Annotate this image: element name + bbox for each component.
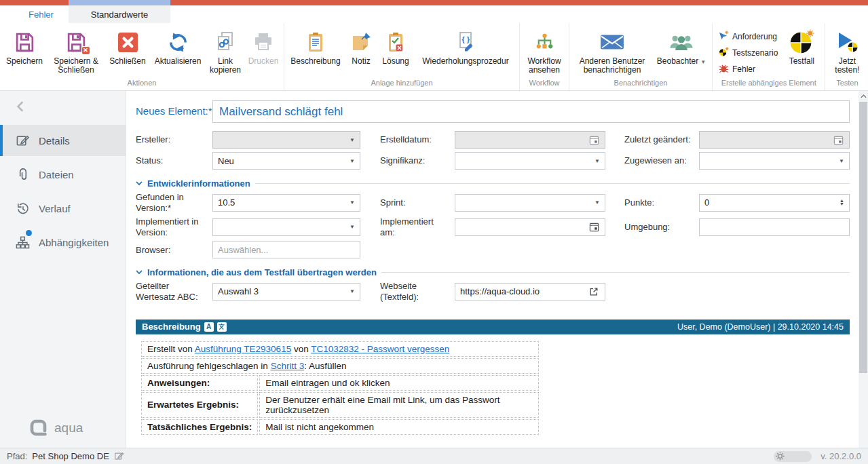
save-icon [14,29,36,55]
hierarchy-icon [15,235,30,250]
ribbon-group-benachrichtigen: Anderen Benutzer benachrichtigen Beobach… [569,23,713,90]
create-testcase-button[interactable]: Testfall [780,28,823,67]
zugewiesen-an-dropdown[interactable]: ▼ [699,152,850,170]
copy-link-button[interactable]: Link kopieren [206,28,245,77]
refresh-button[interactable]: Aktualisieren [150,28,206,67]
sidebar-collapse-button[interactable] [15,100,29,114]
sidebar-item-verlauf-label: Verlauf [39,203,71,214]
description-body: Erstellt von Ausführung TE2930615 von TC… [136,334,850,439]
ribbon-group-label-abhaengiges-element: Erstelle abhängiges Element [715,77,823,90]
title-input[interactable] [212,100,850,123]
vertical-scrollbar[interactable] [858,91,868,448]
webseite-label: Webseite (Textfeld): [360,281,455,302]
save-button[interactable]: Speichern [2,28,47,67]
scrollbar-up-arrow[interactable] [858,91,868,101]
gefunden-in-version-dropdown[interactable]: 10.5▼ [212,194,360,212]
description-panel: Beschreibung A User, Demo (DemoUser) | 2… [136,320,850,439]
geteilter-wertesatz-dropdown[interactable]: Auswahl 3▼ [212,283,360,301]
implementiert-am-datepicker[interactable] [455,218,605,236]
signifikanz-label: Signifikanz: [360,155,455,166]
tab-standardwerte[interactable]: Standardwerte [69,5,170,23]
browser-text-input[interactable] [218,241,355,258]
punkte-label: Punkte: [605,197,699,208]
path-value: Pet Shop Demo DE [32,451,109,461]
section-divider-line [255,183,850,184]
implementiert-in-version-dropdown[interactable]: ▼ [212,218,360,236]
description-author-timestamp: User, Demo (DemoUser) | 29.10.2020 14:45 [677,322,844,332]
observer-dropdown-button[interactable]: Beobachter▼ [653,28,710,67]
requirement-icon [719,31,729,43]
step-link[interactable]: Schritt 3 [271,361,305,371]
create-requirement-button[interactable]: Anforderung [719,31,778,43]
sprint-dropdown[interactable]: ▼ [455,194,605,212]
sidebar-item-abhaengigkeiten[interactable]: Abhängigkeiten [0,227,126,258]
tab-fehler[interactable]: Fehler [14,5,69,23]
save-and-close-button[interactable]: ✕ Speichern & Schließen [47,28,105,77]
notify-other-user-button[interactable]: Anderen Benutzer benachrichtigen [571,28,653,77]
edit-details-icon [15,133,30,148]
calendar-icon [832,134,844,146]
erstelldatum-label: Erstelldatum: [360,134,455,145]
create-testscenario-label: Testszenario [732,48,778,58]
ersteller-label: Ersteller: [136,134,212,145]
sidebar-nav: Details Dateien Verlauf [0,125,126,258]
add-note-button[interactable]: Notiz [345,28,377,67]
add-solution-button[interactable]: Lösung [377,28,414,67]
close-button[interactable]: Schließen [105,28,150,67]
sidebar-item-verlauf[interactable]: Verlauf [0,193,126,224]
execution-link[interactable]: Ausführung TE2930615 [195,344,291,354]
edit-path-icon[interactable] [114,451,124,461]
stepper-arrows-icon[interactable]: ▲▼ [839,199,844,206]
table-row: Tatsächliches Ergebnis: Mail ist nicht a… [141,419,539,435]
run-test-button[interactable]: Jetzt testen! [827,28,867,77]
section-title: Informationen, die aus dem Testfall über… [147,267,377,277]
settings-button[interactable] [774,451,812,462]
aqua-logo-text: aqua [54,421,83,436]
add-repetition-procedure-button-label: Wiederholungsprozedur [422,57,508,66]
section-entwicklerinformationen[interactable]: Entwicklerinformationen [136,178,850,189]
translate-lang-icon[interactable] [217,322,227,332]
print-button-label: Drucken [248,57,279,66]
scrollbar-thumb[interactable] [859,102,867,373]
add-description-button-label: Beschreibung [290,57,340,66]
refresh-icon [167,29,189,55]
save-and-close-button-label: Speichern & Schließen [50,57,102,75]
calendar-icon[interactable] [588,221,600,233]
notify-other-user-button-label: Anderen Benutzer benachrichtigen [574,57,650,75]
notification-dot [26,230,32,236]
sidebar-item-dateien[interactable]: Dateien [0,159,126,190]
section-testfall-informationen[interactable]: Informationen, die aus dem Testfall über… [136,267,850,277]
add-repetition-procedure-button[interactable]: { } Wiederholungsprozedur [414,28,517,67]
signifikanz-dropdown[interactable]: ▼ [455,152,605,170]
view-workflow-button[interactable]: Workflow ansehen [522,28,567,77]
geteilter-wertesatz-label: Geteilter Wertesatz ABC: [136,281,212,302]
webseite-input[interactable]: https://aqua-cloud.io [455,283,605,301]
external-link-icon[interactable] [588,286,600,298]
envelope-icon [600,29,624,55]
table-row: Ausführung fehlgeschlagen in Schritt 3: … [141,358,539,374]
refresh-button-label: Aktualisieren [155,57,202,66]
create-testscenario-button[interactable]: Testszenario [719,47,778,59]
print-button: Drucken [245,28,282,67]
sidebar-item-details[interactable]: Details [0,125,126,156]
status-dropdown[interactable]: Neu▼ [212,152,360,170]
testcase-link[interactable]: TC1032832 - Passwort vergessen [311,344,449,354]
save-button-label: Speichern [6,57,43,66]
punkte-stepper[interactable]: 0 ▲▼ [699,194,850,212]
zugewiesen-an-label: Zugewiesen an: [605,155,699,166]
testscenario-icon [719,47,729,59]
run-test-icon [835,29,859,55]
copy-link-icon [214,29,236,55]
ribbon-group-testen: Jetzt testen! Testen [825,23,868,90]
paperclip-icon [15,167,30,182]
sidebar-item-abhaengigkeiten-label: Abhängigkeiten [39,237,109,248]
create-defect-button[interactable]: Fehler [719,63,778,75]
sticky-note-icon [350,29,372,55]
umgebung-input[interactable] [699,218,850,236]
add-description-button[interactable]: Beschreibung [286,28,345,67]
form-content: Neues Element:* Ersteller: ▼ Erstelldatu… [126,91,858,448]
sidebar-item-dateien-label: Dateien [39,169,74,180]
description-table: Erstellt von Ausführung TE2930615 von TC… [140,340,540,436]
translate-a-icon[interactable]: A [204,322,214,332]
browser-input[interactable] [212,241,360,258]
